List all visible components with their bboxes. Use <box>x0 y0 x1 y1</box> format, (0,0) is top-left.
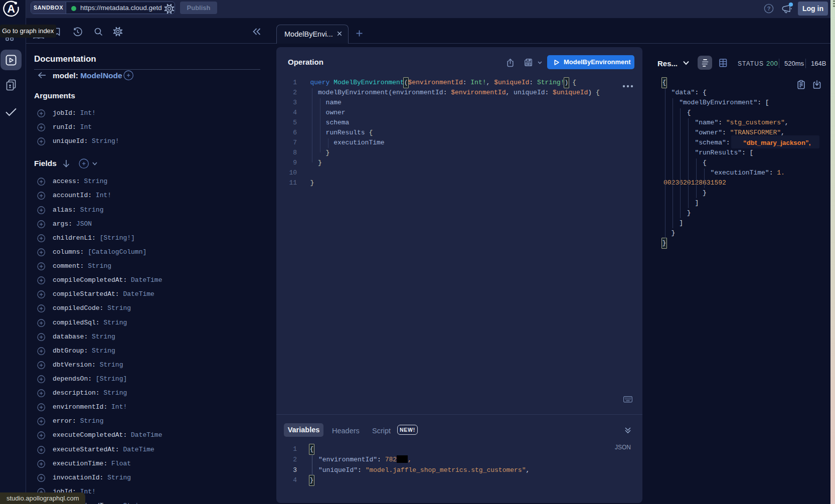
svg-text:A: A <box>7 3 15 15</box>
svg-text:?: ? <box>767 6 771 12</box>
